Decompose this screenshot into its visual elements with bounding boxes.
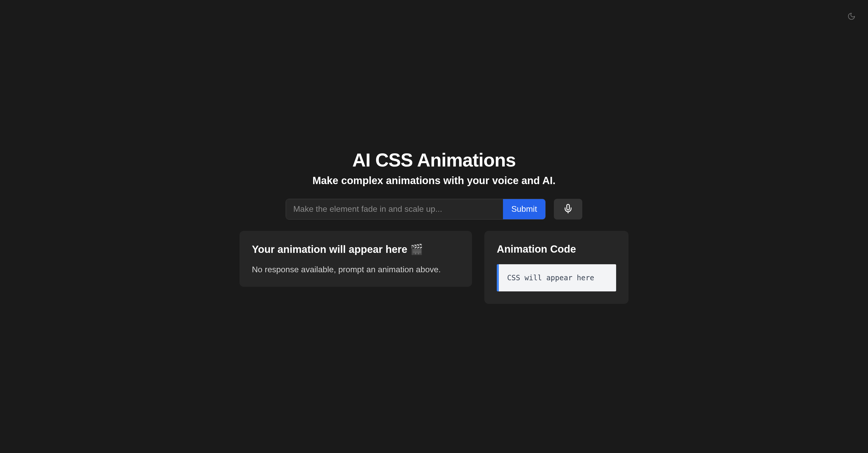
- preview-card: Your animation will appear here 🎬 No res…: [240, 231, 472, 287]
- preview-empty-text: No response available, prompt an animati…: [252, 265, 460, 274]
- voice-input-button[interactable]: [554, 199, 582, 220]
- preview-card-title: Your animation will appear here 🎬: [252, 243, 460, 255]
- code-card-title: Animation Code: [497, 243, 616, 255]
- moon-icon: [847, 12, 856, 21]
- prompt-input[interactable]: [286, 199, 503, 219]
- cards-row: Your animation will appear here 🎬 No res…: [240, 231, 628, 304]
- main-container: AI CSS Animations Make complex animation…: [240, 149, 628, 304]
- code-card: Animation Code CSS will appear here: [485, 231, 628, 304]
- code-placeholder-text: CSS will appear here: [507, 274, 594, 282]
- submit-button[interactable]: Submit: [503, 199, 545, 219]
- theme-toggle-button[interactable]: [845, 10, 858, 23]
- input-row: Submit: [286, 199, 582, 220]
- page-title: AI CSS Animations: [352, 149, 516, 171]
- microphone-icon: [563, 203, 573, 215]
- page-subtitle: Make complex animations with your voice …: [313, 175, 556, 187]
- input-group: Submit: [286, 199, 546, 220]
- code-block: CSS will appear here: [497, 264, 616, 291]
